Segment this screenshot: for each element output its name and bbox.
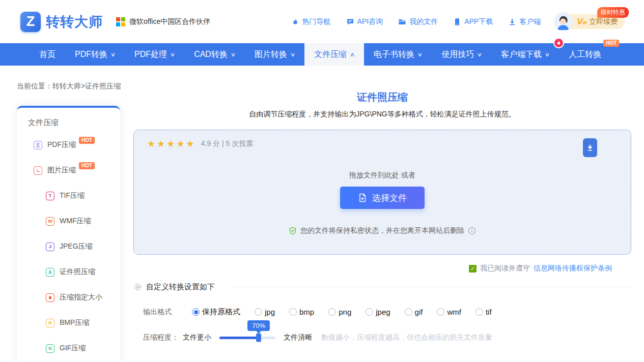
output-format-row: 输出格式 保持原格式 jpg bmp png jpeg: [133, 307, 631, 317]
radio-format-png[interactable]: png: [328, 308, 351, 316]
nav-item-cad-convert[interactable]: CAD转换 ∨: [184, 43, 245, 66]
slider-value-tooltip: 70%: [247, 320, 270, 331]
compression-hint: 数值越小，压缩程度越高，但也会相应的损失文件质量: [321, 333, 492, 342]
radio-format-gif[interactable]: gif: [405, 308, 423, 316]
radio-icon: [328, 308, 336, 316]
sidebar-item-label: JPEG压缩: [60, 242, 93, 251]
chevron-down-icon: ∨: [170, 51, 175, 58]
sidebar-item-wmf-compress[interactable]: W WMF压缩: [17, 208, 120, 234]
logo-z-icon: Z: [20, 12, 41, 32]
radio-format-original[interactable]: 保持原格式: [192, 307, 240, 317]
microsoft-logo-icon: [116, 17, 125, 26]
radio-format-jpg[interactable]: jpg: [255, 308, 275, 316]
star-rating-icons[interactable]: ★★★★★: [147, 138, 196, 149]
radio-label: bmp: [299, 308, 314, 316]
top-link-api[interactable]: API咨询: [346, 17, 383, 26]
top-link-app-download[interactable]: APP下载: [453, 17, 493, 26]
nav-item-home[interactable]: 首页: [30, 43, 65, 66]
chevron-down-icon: ∨: [290, 51, 295, 58]
add-file-icon: [358, 193, 367, 202]
top-link-client[interactable]: 客户端: [508, 17, 541, 26]
rating: ★★★★★ 4.9 分 | 5 次投票: [147, 138, 253, 149]
compression-slider[interactable]: 70%: [219, 337, 275, 339]
radio-format-jpeg[interactable]: jpeg: [366, 308, 390, 316]
nav-item-image-convert[interactable]: 图片转换 ∨: [245, 43, 304, 66]
sidebar-item-label: 证件照压缩: [60, 267, 95, 277]
compression-row: 压缩程度： 文件更小 70% 文件清晰 数值越小，压缩程度越高，但也会相应的损失…: [133, 333, 631, 342]
nav-item-pdf-process[interactable]: PDF处理 ∨: [125, 43, 184, 66]
page-title: 证件照压缩: [133, 90, 631, 104]
nav-item-file-compress[interactable]: 文件压缩 ∧: [304, 43, 364, 66]
select-file-label: 选择文件: [372, 192, 407, 204]
chevron-down-icon: ∨: [477, 51, 482, 58]
radio-format-wmf[interactable]: wmf: [437, 308, 461, 316]
nav-item-client-download[interactable]: 客户端下载 ∨: [491, 43, 559, 66]
radio-format-bmp[interactable]: bmp: [289, 308, 314, 316]
smaller-file-label: 文件更小: [183, 333, 211, 342]
sidebar-item-tif-compress[interactable]: T TIF压缩: [17, 183, 120, 208]
top-links: 热门导航 API咨询 我的文件 APP下载 客户端: [291, 17, 541, 26]
radio-format-tif[interactable]: tif: [475, 308, 492, 316]
avatar[interactable]: [554, 12, 573, 31]
site-logo[interactable]: Z 转转大师: [20, 12, 103, 32]
upload-dropzone[interactable]: ★★★★★ 4.9 分 | 5 次投票 拖放文件到此处 或者 选择文件 您的文件…: [133, 130, 631, 255]
breadcrumb-path[interactable]: 转转大师>证件照压缩: [52, 82, 121, 90]
sidebar-item-jpeg-compress[interactable]: J JPEG压缩: [17, 234, 120, 259]
partner-info: 微软office中国区合作伙伴: [116, 17, 210, 26]
sidebar-item-pdf-compress[interactable]: PDF压缩 HOT: [17, 132, 120, 158]
radio-label: wmf: [447, 308, 461, 316]
partner-text: 微软office中国区合作伙伴: [129, 17, 210, 26]
breadcrumb: 当前位置：转转大师>证件照压缩: [17, 82, 121, 91]
user-area: VIP 立即续费 限时特惠: [554, 12, 625, 31]
gear-icon: [133, 283, 142, 291]
output-format-label: 输出格式: [143, 308, 172, 317]
bmp-file-icon: B: [46, 319, 54, 327]
nav-item-manual-convert[interactable]: 人工转换 HOT: [559, 43, 611, 66]
wmf-file-icon: W: [46, 217, 54, 226]
sidebar-item-label: TIF压缩: [60, 191, 85, 200]
slider-fill: [219, 337, 259, 339]
sidebar-item-label: WMF压缩: [60, 217, 91, 226]
chevron-down-icon: ∨: [417, 51, 423, 58]
sidebar-title: 文件压缩: [17, 108, 120, 132]
nav-label: PDF处理: [134, 49, 167, 60]
nav-item-pdf-convert[interactable]: PDF转换 ∨: [65, 43, 125, 66]
sidebar-item-compress-to-size[interactable]: 压缩指定大小: [17, 285, 120, 310]
pdf-compress-icon: [34, 141, 42, 149]
radio-icon: [366, 308, 373, 316]
image-compress-icon: [34, 166, 42, 175]
nav-label: 首页: [39, 49, 55, 60]
top-link-label: API咨询: [357, 17, 383, 26]
chat-icon: [346, 18, 354, 26]
info-icon[interactable]: [468, 227, 476, 235]
agreement-checkbox[interactable]: ✓: [469, 265, 477, 273]
download-client-button[interactable]: [583, 138, 597, 157]
sidebar-item-id-photo-compress[interactable]: 证件照压缩: [17, 259, 120, 285]
top-link-my-files[interactable]: 我的文件: [398, 17, 438, 26]
folder-icon: [398, 18, 406, 26]
sidebar-item-label: BMP压缩: [60, 318, 89, 327]
chevron-down-icon: ∨: [545, 51, 550, 58]
nav-item-ebook-convert[interactable]: 电子书转换 ∨: [364, 43, 432, 66]
sidebar-item-bmp-compress[interactable]: B BMP压缩: [17, 310, 120, 336]
settings-title: 自定义转换设置如下: [146, 282, 215, 292]
top-link-label: 我的文件: [409, 17, 438, 26]
agreement-link[interactable]: 信息网络传播权保护条例: [534, 264, 612, 273]
sidebar-item-gif-compress[interactable]: G GIF压缩: [17, 336, 120, 361]
vip-renew-button[interactable]: VIP 立即续费 限时特惠: [566, 14, 625, 29]
download-arrow-icon: [586, 144, 594, 152]
gif-file-icon: G: [46, 344, 54, 353]
top-link-hot-nav[interactable]: 热门导航: [291, 17, 331, 26]
agreement-row: ✓ 我已阅读并遵守 信息网络传播权保护条例: [133, 264, 631, 273]
radio-icon: [437, 308, 444, 316]
chevron-up-icon: ∧: [350, 51, 355, 58]
sidebar-item-image-compress[interactable]: 图片压缩 HOT: [17, 158, 120, 183]
radio-icon: [405, 308, 412, 316]
sidebar-item-label: PDF压缩: [47, 140, 76, 149]
id-photo-icon: [46, 268, 54, 277]
vip-icon: VIP: [577, 17, 587, 27]
radio-icon: [475, 308, 483, 316]
select-file-button[interactable]: 选择文件: [340, 187, 425, 209]
nav-item-tips[interactable]: 使用技巧 ∨: [432, 43, 491, 66]
resize-icon: [46, 293, 54, 302]
